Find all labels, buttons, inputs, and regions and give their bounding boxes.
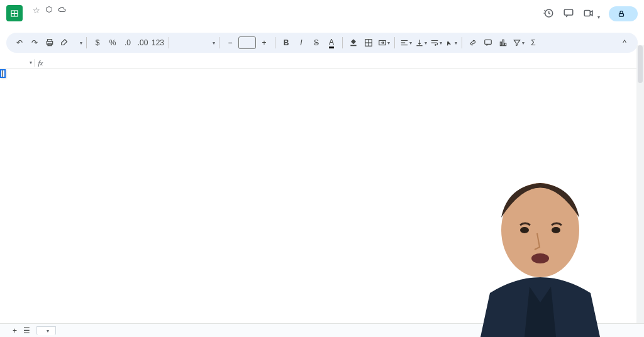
svg-rect-25	[504, 43, 506, 46]
sheet-tab-menu-icon[interactable]: ▾	[47, 328, 49, 334]
toolbar: ↶ ↷ ▾ $ % .0 .00 123 ▾ − + B I S A ▾ ▾ ▾…	[6, 33, 638, 53]
svg-rect-22	[485, 40, 492, 44]
add-sheet-button[interactable]: +	[13, 326, 17, 335]
borders-button[interactable]	[362, 36, 375, 50]
print-button[interactable]	[43, 36, 57, 50]
svg-rect-6	[585, 10, 591, 16]
decrease-decimal-button[interactable]: .0	[121, 36, 135, 50]
currency-button[interactable]: $	[91, 36, 104, 50]
rotate-button[interactable]: A▾	[444, 36, 458, 50]
undo-button[interactable]: ↶	[13, 36, 26, 50]
sheets-logo[interactable]	[6, 5, 23, 21]
sheet-tab[interactable]: ▾	[36, 326, 56, 335]
filter-button[interactable]: ▾	[511, 36, 525, 50]
svg-rect-11	[350, 45, 356, 47]
wrap-button[interactable]: ▾	[429, 36, 443, 50]
star-icon[interactable]: ☆	[33, 6, 40, 15]
history-icon[interactable]	[543, 8, 554, 21]
functions-button[interactable]: Σ	[526, 36, 540, 50]
strike-button[interactable]: S	[309, 36, 323, 50]
text-color-button[interactable]: A	[325, 36, 338, 50]
name-box-dropdown[interactable]: ▾	[28, 60, 34, 65]
move-icon[interactable]	[45, 6, 53, 15]
link-button[interactable]	[466, 36, 480, 50]
increase-decimal-button[interactable]: .00	[136, 36, 150, 50]
chart-button[interactable]	[496, 36, 510, 50]
paint-format-button[interactable]	[58, 36, 72, 50]
toolbar-collapse-icon[interactable]: ^	[618, 36, 631, 50]
svg-rect-5	[565, 9, 574, 15]
svg-rect-23	[500, 42, 501, 46]
svg-rect-7	[619, 14, 624, 17]
comment-icon[interactable]	[563, 8, 574, 21]
font-size-increase[interactable]: +	[257, 36, 271, 50]
fx-icon: fx	[34, 59, 47, 67]
svg-rect-24	[502, 40, 504, 45]
redo-button[interactable]: ↷	[28, 36, 42, 50]
halign-button[interactable]: ▾	[399, 36, 413, 50]
italic-button[interactable]: I	[294, 36, 308, 50]
font-size-decrease[interactable]: −	[223, 36, 237, 50]
all-sheets-button[interactable]: ☰	[23, 326, 30, 335]
merge-button[interactable]: ▾	[377, 36, 391, 50]
svg-text:A: A	[446, 40, 450, 45]
percent-button[interactable]: %	[106, 36, 119, 50]
vertical-scrollbar[interactable]	[636, 45, 644, 323]
fill-color-button[interactable]	[347, 36, 360, 50]
share-button[interactable]	[609, 6, 638, 21]
more-formats-button[interactable]: 123	[151, 36, 165, 50]
bold-button[interactable]: B	[279, 36, 293, 50]
valign-button[interactable]: ▾	[414, 36, 428, 50]
comment-tb-button[interactable]	[481, 36, 495, 50]
font-size-input[interactable]	[238, 36, 256, 49]
meet-icon[interactable]: ▾	[583, 8, 600, 21]
cloud-saved-icon[interactable]	[58, 6, 67, 15]
